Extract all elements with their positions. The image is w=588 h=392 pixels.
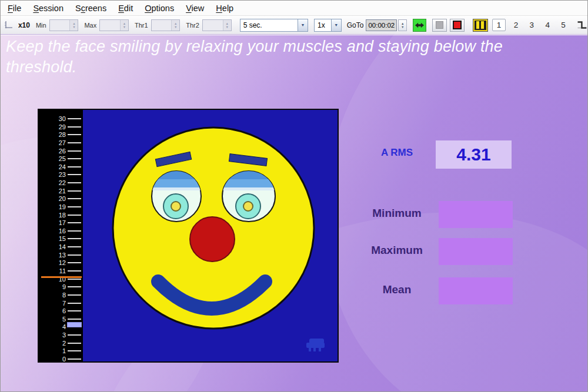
pause-icon [481, 21, 484, 29]
time-window-combobox[interactable]: 5 sec. ▼ [240, 19, 308, 32]
tick-label-29: 29 [40, 123, 66, 130]
tick-label-26: 26 [40, 148, 66, 155]
tick-label-24: 24 [40, 163, 66, 170]
tick-line [68, 230, 81, 232]
instruction-text: Keep the face smiling by relaxing your m… [6, 36, 538, 77]
tick-label-15: 15 [40, 235, 66, 242]
tick-label-0: 0 [40, 356, 66, 363]
tick-label-14: 14 [40, 243, 66, 250]
fast-scroll-button[interactable] [413, 19, 426, 32]
stat-label-mean: Mean [361, 283, 433, 296]
tick-line [68, 286, 81, 287]
thr2-spinbox[interactable]: ▲▼ [202, 19, 232, 31]
min-spinbox[interactable]: ▲▼ [49, 19, 79, 31]
tick-label-21: 21 [40, 187, 66, 195]
threshold-step-icon[interactable] [576, 20, 587, 30]
tick-label-1: 1 [40, 347, 66, 354]
tick-line [68, 142, 81, 143]
max-spinbox[interactable]: ▲▼ [99, 19, 129, 31]
stat-value-box-minimum [439, 201, 513, 228]
tick-line [68, 350, 81, 351]
tick-label-18: 18 [40, 212, 66, 219]
gray-square-button[interactable] [432, 19, 447, 32]
min-label: Min [36, 22, 46, 29]
goto-time-input[interactable]: 00:00:02 [366, 19, 397, 31]
client-area: Keep the face smiling by relaxing your m… [1, 35, 587, 391]
tick-line [68, 246, 81, 247]
face-display [83, 110, 338, 361]
thr1-label: Thr1 [135, 22, 148, 29]
tick-label-20: 20 [40, 195, 66, 202]
axis-scale-icon[interactable] [4, 21, 13, 30]
tick-label-6: 6 [40, 307, 66, 314]
tick-label-4: 4 [40, 323, 66, 330]
tick-label-9: 9 [40, 283, 66, 290]
tick-line [68, 222, 81, 223]
right-pupil [243, 202, 253, 211]
tick-label-11: 11 [40, 267, 66, 274]
max-label: Max [84, 22, 96, 29]
speed-combobox[interactable]: 1x ▼ [314, 19, 342, 32]
tick-line [68, 150, 81, 152]
tick-label-28: 28 [40, 131, 66, 138]
tick-label-22: 22 [40, 179, 66, 186]
tick-line [68, 174, 81, 175]
tick-line [68, 166, 81, 167]
menu-item-file[interactable]: File [2, 1, 27, 15]
screen-button-3[interactable]: 3 [526, 19, 537, 31]
pause-button[interactable] [473, 19, 488, 32]
value-marker [67, 322, 82, 327]
application-window: FileSessionScreensEditOptionsViewHelp x1… [0, 0, 588, 392]
tick-line [68, 238, 81, 239]
tick-label-17: 17 [40, 219, 66, 226]
stop-button[interactable] [450, 19, 465, 32]
tick-label-23: 23 [40, 171, 66, 178]
tick-line [68, 190, 81, 192]
chevron-down-icon[interactable]: ▼ [331, 19, 341, 31]
tick-line [68, 126, 81, 128]
tick-label-13: 13 [40, 252, 66, 259]
rms-label: A RMS [361, 147, 433, 159]
goto-time-spinner[interactable]: ▲ ▼ [398, 19, 407, 31]
x10-scale-button[interactable]: x10 [18, 21, 30, 29]
spin-down-icon[interactable]: ▼ [401, 25, 404, 29]
gray-square-icon [436, 21, 443, 29]
menu-item-view[interactable]: View [180, 1, 210, 15]
screen-button-1[interactable]: 1 [492, 19, 506, 31]
stat-label-maximum: Maximum [361, 244, 433, 257]
thr2-label: Thr2 [186, 22, 199, 29]
goto-label: GoTo [347, 21, 364, 29]
menu-item-screens[interactable]: Screens [69, 1, 112, 15]
tick-line [68, 158, 81, 159]
menu-item-edit[interactable]: Edit [112, 1, 139, 15]
tick-label-16: 16 [40, 227, 66, 234]
screen-button-4[interactable]: 4 [542, 19, 553, 31]
tick-line [68, 182, 81, 183]
tick-line [68, 294, 81, 296]
menu-bar: FileSessionScreensEditOptionsViewHelp [1, 1, 587, 16]
toolbar: x10 Min▲▼Max▲▼Thr1▲▼Thr2▲▼ 5 sec. ▼ 1x ▼… [1, 16, 587, 35]
screen-button-2[interactable]: 2 [510, 19, 522, 31]
tick-line [68, 254, 81, 256]
menu-item-session[interactable]: Session [27, 1, 69, 15]
time-window-value: 5 sec. [240, 21, 298, 29]
tick-line [68, 279, 81, 280]
thr1-spinbox[interactable]: ▲▼ [151, 19, 181, 31]
goto-time-value: 00:00:02 [368, 22, 395, 29]
menu-item-options[interactable]: Options [139, 1, 180, 15]
tick-label-30: 30 [40, 115, 66, 122]
tick-line [68, 319, 81, 320]
threshold-line[interactable] [41, 276, 82, 278]
tick-line [68, 303, 81, 304]
double-horizontal-arrow-icon [415, 22, 425, 29]
nose [190, 217, 235, 262]
stat-value-box-mean [439, 277, 513, 304]
screen-button-5[interactable]: 5 [557, 19, 569, 31]
chevron-down-icon[interactable]: ▼ [298, 19, 308, 31]
rms-value: 4.31 [456, 145, 490, 165]
tick-label-5: 5 [40, 316, 66, 323]
tick-line [68, 134, 81, 135]
smiley-face-graphic [83, 110, 338, 361]
menu-item-help[interactable]: Help [210, 1, 239, 15]
tick-line [68, 310, 81, 311]
